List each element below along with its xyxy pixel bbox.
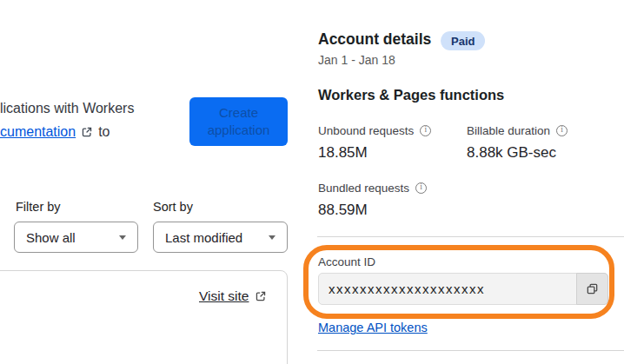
visit-site-link[interactable]: Visit site (199, 288, 267, 304)
workers-pages-dashboard: { "window": { "width": 718, "height": 41… (0, 0, 624, 364)
project-card (0, 270, 288, 364)
unbound-requests-value: 18.85M (318, 144, 368, 162)
billable-duration-label: Billable duration (467, 124, 568, 137)
external-link-icon (255, 290, 267, 302)
divider (317, 236, 624, 237)
external-link-icon (81, 126, 93, 138)
bundled-requests-value: 88.59M (318, 202, 368, 219)
account-id-label: Account ID (318, 255, 375, 268)
info-icon[interactable] (556, 125, 568, 136)
account-details-title: Account details (318, 30, 431, 49)
bundled-requests-label: Bundled requests (318, 182, 427, 195)
documentation-link[interactable]: cumentation (0, 124, 76, 140)
intro-text-suffix: to (98, 124, 110, 140)
sort-select[interactable]: Last modified (153, 222, 288, 253)
copy-button[interactable] (576, 273, 608, 305)
stat-label-text: Bundled requests (318, 182, 409, 195)
intro-text-line1: lications with Workers (0, 101, 134, 116)
intro-text-line2: cumentation to (0, 124, 110, 140)
account-id-input[interactable] (318, 273, 608, 305)
filter-selected-value: Show all (26, 230, 76, 245)
chevron-down-icon (119, 235, 126, 240)
billing-date-range: Jan 1 - Jan 18 (318, 53, 395, 67)
manage-api-tokens-link[interactable]: Manage API tokens (318, 321, 428, 334)
visit-site-label: Visit site (199, 288, 249, 304)
divider (317, 350, 624, 351)
filter-select[interactable]: Show all (14, 222, 138, 253)
chevron-down-icon (269, 235, 275, 240)
stat-label-text: Billable duration (467, 124, 550, 137)
info-icon[interactable] (415, 182, 427, 194)
unbound-requests-label: Unbound requests (318, 124, 431, 137)
stat-label-text: Unbound requests (318, 124, 414, 137)
filter-by-label: Filter by (16, 200, 61, 214)
sort-selected-value: Last modified (165, 230, 242, 245)
paid-plan-badge: Paid (441, 31, 485, 50)
functions-section-title: Workers & Pages functions (318, 87, 504, 103)
copy-icon (586, 282, 599, 295)
create-application-button[interactable]: Create application (189, 97, 288, 146)
account-id-field-group (318, 273, 608, 305)
sort-by-label: Sort by (153, 200, 193, 214)
billable-duration-value: 8.88k GB-sec (467, 144, 556, 162)
info-icon[interactable] (420, 125, 431, 136)
